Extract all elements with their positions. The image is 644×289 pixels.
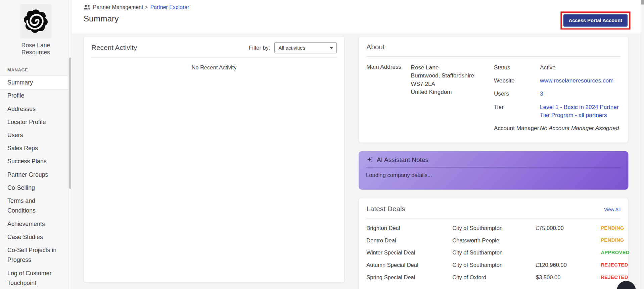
deal-row[interactable]: Dentro Deal Chatsworth People PENDING: [366, 234, 620, 246]
sidebar-item-co-sell-projects[interactable]: Co-Sell Projects in Progress: [0, 243, 68, 267]
deal-company: City of Southampton: [452, 262, 536, 268]
breadcrumb-partner-management[interactable]: Partner Management >: [93, 4, 148, 10]
deal-name: Dentro Deal: [366, 237, 452, 243]
account-manager-value: No Account Manager Assigned: [540, 124, 620, 132]
content-area: Recent Activity Filter by: All activitie…: [72, 34, 641, 289]
deal-name: Autumn Special Deal: [366, 262, 452, 268]
deal-row[interactable]: Winter Special Deal City of Southampton …: [366, 246, 620, 259]
sidebar-item-success-plans[interactable]: Success Plans: [0, 155, 68, 168]
deal-row[interactable]: Brighton Deal City of Southampton £75,00…: [366, 222, 620, 234]
website-link[interactable]: www.roselaneresources.com: [540, 77, 613, 84]
deal-status-badge: REJECTED: [601, 274, 628, 280]
right-column: About Main Address Rose Lane Burntwood, …: [359, 36, 628, 289]
sidebar-item-users[interactable]: Users: [0, 128, 68, 141]
account-manager-label: Account Manager: [494, 124, 540, 132]
page-scrollbar[interactable]: [641, 0, 644, 289]
deal-company: City of Southampton: [452, 225, 536, 231]
main-area: Partner Management > Partner Explorer Su…: [72, 0, 641, 289]
ai-notes-divider: [366, 167, 621, 167]
deal-company: Chatsworth People: [452, 237, 536, 243]
sidebar-item-profile[interactable]: Profile: [0, 89, 68, 102]
deal-company: City of Southampton: [452, 249, 536, 255]
sidebar-item-sales-reps[interactable]: Sales Reps: [0, 142, 68, 155]
sidebar-item-achievements[interactable]: Achievements: [0, 217, 68, 230]
deal-name: Winter Special Deal: [366, 249, 452, 255]
about-title: About: [366, 42, 620, 52]
ai-notes-title: AI Assistant Notes: [377, 156, 428, 163]
activity-filter-select[interactable]: All activities: [274, 42, 337, 53]
partner-name: Rose Lane Resources: [0, 42, 72, 56]
sidebar-item-terms-and-conditions[interactable]: Terms and Conditions: [0, 194, 68, 217]
activity-filter-wrapper: All activities: [274, 42, 337, 53]
deal-row[interactable]: Autumn Special Deal City of Southampton …: [366, 259, 620, 271]
sidebar-item-co-selling[interactable]: Co-Selling: [0, 181, 68, 194]
latest-deals-divider: [366, 218, 620, 218]
deal-name: Brighton Deal: [366, 225, 452, 231]
deal-company: City of Oxford: [452, 274, 536, 280]
sidebar-item-summary[interactable]: Summary: [0, 76, 68, 89]
ai-notes-loading-text: Loading company details...: [366, 172, 621, 178]
page-header: Partner Management > Partner Explorer Su…: [72, 0, 641, 34]
access-portal-account-button[interactable]: Access Portal Account: [563, 14, 628, 27]
no-recent-activity-text: No Recent Activity: [91, 64, 337, 70]
deal-amount: £75,000.00: [536, 225, 601, 231]
company-logo: [20, 4, 52, 39]
sidebar: Rose Lane Resources MANAGE Summary Profi…: [0, 0, 72, 289]
status-label: Status: [494, 63, 540, 71]
rose-logo-icon: [22, 8, 49, 35]
recent-activity-title: Recent Activity: [91, 43, 137, 53]
filter-by-label: Filter by:: [249, 45, 270, 51]
main-address-label: Main Address: [366, 63, 411, 137]
latest-deals-title: Latest Deals: [366, 204, 405, 214]
recent-activity-card: Recent Activity Filter by: All activitie…: [84, 36, 345, 283]
breadcrumb-partner-explorer[interactable]: Partner Explorer: [150, 4, 189, 10]
tier-label: Tier: [494, 103, 540, 119]
latest-deals-card: Latest Deals View All Brighton Deal City…: [359, 198, 628, 289]
page-title: Summary: [84, 14, 119, 23]
partners-group-icon: [84, 4, 91, 10]
users-label: Users: [494, 90, 540, 98]
sidebar-section-manage: MANAGE: [7, 67, 72, 72]
sparkles-icon: [366, 156, 373, 163]
breadcrumb: Partner Management > Partner Explorer: [84, 4, 189, 10]
deal-status-badge: APPROVED: [601, 250, 629, 255]
status-value: Active: [540, 63, 620, 71]
users-count-link[interactable]: 3: [540, 90, 543, 97]
app-window: Rose Lane Resources MANAGE Summary Profi…: [0, 0, 644, 289]
deal-amount: £120,960.00: [536, 262, 601, 268]
website-label: Website: [494, 76, 540, 84]
sidebar-item-addresses[interactable]: Addresses: [0, 102, 68, 115]
sidebar-item-locator-profile[interactable]: Locator Profile: [0, 115, 68, 128]
page-scrollbar-thumb[interactable]: [641, 0, 644, 4]
sidebar-item-customer-touchpoint-log[interactable]: Log of Customer Touchpoint: [0, 267, 68, 289]
view-all-deals-link[interactable]: View All: [604, 207, 620, 212]
deal-row[interactable]: Spring Special Deal City of Oxford $3,50…: [366, 271, 620, 283]
tier-program-link[interactable]: Level 1 - Basic in 2024 Partner Tier Pro…: [540, 104, 618, 118]
sidebar-item-partner-groups[interactable]: Partner Groups: [0, 168, 68, 181]
recent-activity-divider: [91, 57, 337, 58]
sidebar-scrollbar[interactable]: [68, 0, 72, 289]
deal-status-badge: PENDING: [601, 225, 624, 231]
deal-name: Spring Special Deal: [366, 274, 452, 280]
ai-assistant-notes-card: AI Assistant Notes Loading company detai…: [359, 151, 628, 190]
sidebar-nav: Summary Profile Addresses Locator Profil…: [0, 76, 68, 289]
sidebar-scrollbar-thumb[interactable]: [69, 57, 71, 189]
deal-status-badge: REJECTED: [601, 262, 628, 268]
about-divider: [366, 56, 620, 57]
deals-table: Brighton Deal City of Southampton £75,00…: [366, 222, 620, 283]
sidebar-item-case-studies[interactable]: Case Studies: [0, 230, 68, 243]
annotation-highlight-box: Access Portal Account: [560, 11, 631, 30]
deal-amount: $3,500.00: [536, 274, 601, 280]
about-card: About Main Address Rose Lane Burntwood, …: [359, 36, 628, 143]
main-address-value: Rose Lane Burntwood, Staffordshire WS7 2…: [411, 63, 474, 137]
deal-status-badge: PENDING: [601, 237, 624, 243]
